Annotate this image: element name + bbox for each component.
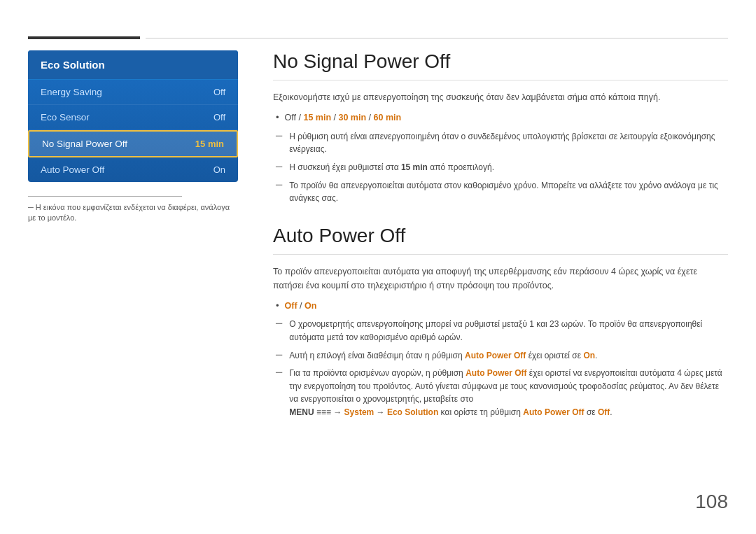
eco-solution-header: Eco Solution: [28, 50, 238, 80]
auto-power-dash-text-1: Ο χρονομετρητής απενεργοποίησης μπορεί ν…: [289, 318, 728, 344]
menu-reference: MENU ≡≡≡ → System → Eco Solution και ορί…: [289, 407, 612, 417]
section-auto-power: Auto Power Off Το προϊόν απενεργοποιείτα…: [273, 225, 728, 419]
section-no-signal: No Signal Power Off Εξοικονομήστε ισχύ μ…: [273, 50, 728, 205]
auto-power-section-title: Auto Power Off: [273, 225, 728, 255]
auto-power-dash-3: ─ Για τα προϊόντα ορισμένων αγορών, η ρύ…: [273, 367, 728, 419]
auto-power-dash-1: ─ Ο χρονομετρητής απενεργοποίησης μπορεί…: [273, 318, 728, 344]
energy-saving-value: Off: [214, 87, 225, 97]
footnote-dash: ─: [28, 203, 36, 211]
auto-power-bullet: • Off / On: [273, 300, 728, 313]
auto-power-description: Το προϊόν απενεργοποιείται αυτόματα για …: [273, 265, 728, 293]
page-number: 108: [695, 491, 728, 513]
top-line-light: [146, 38, 728, 38]
auto-power-label: Auto Power Off: [41, 164, 104, 175]
no-signal-dash-text-1: Η ρύθμιση αυτή είναι απενεργοποιημένη ότ…: [289, 130, 728, 156]
bullet-dot-1: •: [276, 112, 279, 122]
sidebar: Eco Solution Energy Saving Off Eco Senso…: [28, 50, 238, 224]
main-content: No Signal Power Off Εξοικονομήστε ισχύ μ…: [273, 50, 728, 424]
top-line-dark: [28, 36, 140, 39]
no-signal-value: 15 min: [195, 139, 224, 149]
bullet-dot-2: •: [276, 300, 279, 311]
menu-item-eco-sensor[interactable]: Eco Sensor Off: [28, 105, 238, 130]
highlight-on: On: [304, 301, 316, 311]
no-signal-bullet: • Off / 15 min / 30 min / 60 min: [273, 111, 728, 125]
auto-power-dash-text-3: Για τα προϊόντα ορισμένων αγορών, η ρύθμ…: [289, 367, 728, 419]
eco-solution-title: Eco Solution: [41, 59, 105, 71]
no-signal-description: Εξοικονομήστε ισχύ με απενεργοποίηση της…: [273, 90, 728, 104]
no-signal-dash-2: ─ Η συσκευή έχει ρυθμιστεί στα 15 min απ…: [273, 161, 728, 174]
menu-item-energy-saving[interactable]: Energy Saving Off: [28, 80, 238, 105]
highlight-off: Off: [285, 301, 298, 311]
footnote-text: ─ Η εικόνα που εμφανίζεται ενδέχεται να …: [28, 202, 238, 224]
menu-item-auto-power[interactable]: Auto Power Off On: [28, 157, 238, 182]
no-signal-dash-3: ─ Το προϊόν θα απενεργοποιείται αυτόματα…: [273, 179, 728, 205]
highlight-15min: 15 min: [303, 113, 331, 122]
highlight-60min: 60 min: [374, 113, 402, 122]
energy-saving-label: Energy Saving: [41, 87, 102, 97]
no-signal-label: No Signal Power Off: [42, 139, 127, 149]
no-signal-dash-1: ─ Η ρύθμιση αυτή είναι απενεργοποιημένη …: [273, 130, 728, 156]
highlight-30min: 30 min: [338, 113, 366, 122]
no-signal-options: Off / 15 min / 30 min / 60 min: [285, 111, 402, 125]
auto-power-options: Off / On: [285, 300, 317, 313]
no-signal-dash-text-3: Το προϊόν θα απενεργοποιείται αυτόματα σ…: [289, 179, 728, 205]
no-signal-dash-text-2: Η συσκευή έχει ρυθμιστεί στα 15 min από …: [289, 161, 494, 174]
top-decorative-lines: [28, 36, 728, 39]
eco-sensor-label: Eco Sensor: [41, 112, 90, 122]
footnote-divider: [28, 196, 182, 197]
no-signal-section-title: No Signal Power Off: [273, 50, 728, 80]
auto-power-dash-2: ─ Αυτή η επιλογή είναι διαθέσιμη όταν η …: [273, 349, 728, 363]
menu-item-no-signal[interactable]: No Signal Power Off 15 min: [28, 130, 238, 157]
eco-solution-box: Eco Solution Energy Saving Off Eco Senso…: [28, 50, 238, 182]
auto-power-dash-text-2: Αυτή η επιλογή είναι διαθέσιμη όταν η ρύ…: [289, 349, 597, 363]
auto-power-value: On: [214, 164, 225, 175]
eco-sensor-value: Off: [214, 112, 225, 122]
